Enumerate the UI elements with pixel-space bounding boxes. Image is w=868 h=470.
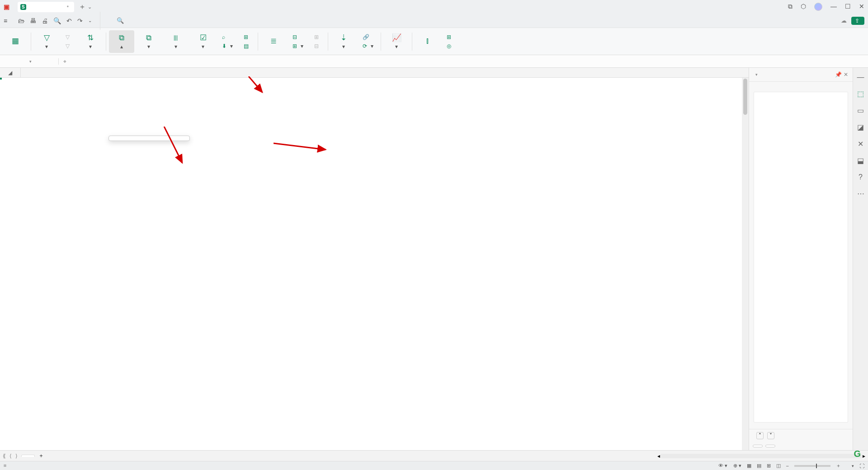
selection-tool-icon[interactable]: ⬚ — [857, 89, 864, 98]
side-toolbar: — ⬚ ▭ ◪ ✕ ⬓ ? ⋯ — [853, 68, 868, 450]
zoom-out-button[interactable]: − — [786, 463, 789, 469]
sheet-tab-bar: ⟪ ⟨ ⟩ ＋ ◂▸ — [0, 450, 868, 461]
help-icon[interactable]: ? — [859, 173, 863, 181]
view-split-icon[interactable]: ⊞ — [767, 463, 771, 469]
move-up-button[interactable]: ˄ — [756, 432, 764, 439]
sheet-first-icon[interactable]: ⟪ — [3, 453, 6, 459]
formula-bar: ▾ ⌖ — [0, 55, 868, 68]
svg-line-1 — [164, 127, 182, 163]
more-icon[interactable]: ⋯ — [857, 189, 864, 198]
menu-bar: ≡ 🗁 🖶 🖨 🔍 ↶ ↷ ⌄ 🔍 ☁ ⇪ — [0, 14, 868, 28]
open-icon[interactable]: 🗁 — [18, 17, 24, 24]
redo-icon[interactable]: ↷ — [77, 17, 83, 24]
horizontal-scrollbar[interactable]: ◂▸ — [657, 453, 865, 459]
ungroup-button[interactable]: ⊞ ▾ — [292, 43, 303, 49]
status-bar: ⌗ 👁 ▾ ⊕ ▾ ▦ ▤ ⊞ ◫ − ＋ ▾ ⛶ — [0, 461, 868, 470]
refresh-all-button[interactable]: ⟳ ▾ — [363, 43, 373, 49]
add-sheet-button[interactable]: ＋ — [38, 452, 44, 460]
pivot-table-button[interactable]: ▦ — [3, 30, 28, 53]
view-page-icon[interactable]: ▤ — [757, 463, 761, 469]
sheet-type-icon: S — [20, 4, 26, 10]
dropdown-list-button[interactable]: ▤ — [244, 43, 250, 49]
spreadsheet-grid[interactable]: ◢ — [0, 68, 749, 450]
name-box[interactable]: ▾ — [0, 58, 59, 65]
style-icon[interactable]: ▭ — [857, 106, 864, 115]
cloud-icon[interactable]: ☁ — [841, 17, 847, 24]
reapply-button: ▽ — [66, 43, 71, 49]
sheet-next-icon[interactable]: ⟩ — [15, 453, 18, 459]
maximize-button[interactable]: ☐ — [845, 3, 851, 11]
sheet-prev-icon[interactable]: ⟨ — [9, 453, 12, 459]
target-icon[interactable]: ⊕ ▾ — [733, 463, 741, 469]
view-normal-icon[interactable]: ▦ — [747, 463, 751, 469]
chart-icon[interactable]: ◪ — [857, 123, 864, 132]
view-custom-icon[interactable]: ◫ — [776, 463, 781, 469]
sort-button[interactable]: ⇅ ▾ — [78, 30, 103, 53]
group-button[interactable]: ⊟ — [292, 34, 303, 40]
window-copy-icon[interactable]: ⧉ — [788, 3, 793, 11]
show-all-button: ▽ — [66, 34, 71, 40]
share-button[interactable]: ⇪ — [851, 17, 864, 25]
filter-button[interactable]: ▽ ▾ — [34, 30, 59, 53]
consolidate-button[interactable]: ⊞ — [244, 34, 250, 40]
validation-button[interactable]: ☑ ▾ — [190, 30, 216, 53]
fullscreen-icon[interactable]: ⛶ — [859, 463, 864, 469]
data-compare-button[interactable]: ⧉ ▾ — [136, 30, 161, 53]
toolbar-menu-icon[interactable]: ⌄ — [88, 18, 92, 23]
eye-icon[interactable]: 👁 ▾ — [718, 463, 727, 469]
panel-subtitle — [749, 82, 853, 87]
save-icon[interactable]: 🖶 — [30, 17, 36, 24]
zoom-in-button[interactable]: ＋ — [836, 462, 841, 469]
hamburger-icon[interactable]: ≡ — [4, 17, 7, 24]
search-icon[interactable]: 🔍 — [117, 17, 124, 24]
svg-line-0 — [249, 76, 262, 92]
move-down-button[interactable]: ˅ — [767, 432, 774, 439]
selection-outline — [0, 78, 2, 80]
fill-button[interactable]: ⬇ ▾ — [222, 43, 233, 49]
vertical-scrollbar[interactable] — [742, 78, 749, 450]
duplicates-button[interactable]: ⧉ ▴ — [109, 30, 134, 53]
print-icon[interactable]: 🖨 — [42, 17, 48, 24]
layout-icon[interactable]: ⬓ — [857, 156, 864, 165]
undo-icon[interactable]: ↶ — [66, 17, 72, 24]
collapse-panel-icon[interactable]: — — [857, 73, 864, 81]
collapse-button: ⊟ — [314, 43, 321, 49]
edit-link-button: 🔗 — [363, 34, 373, 40]
cube-icon[interactable]: ⬡ — [801, 3, 806, 11]
new-tab-button[interactable]: ＋ — [79, 2, 86, 12]
duplicates-dropdown — [108, 136, 190, 141]
sheet-tab[interactable] — [21, 455, 35, 457]
preview-icon[interactable]: 🔍 — [53, 17, 61, 24]
selection-pane: ▾ 📌 ✕ ˄ ˅ — [749, 68, 853, 450]
close-panel-icon[interactable]: ✕ — [844, 71, 848, 78]
link-icon[interactable]: ⌖ — [63, 58, 66, 65]
document-tab[interactable]: S • — [18, 2, 74, 12]
lookup-button[interactable]: ⌕ — [222, 34, 233, 40]
expand-button: ⊞ — [314, 34, 321, 40]
tab-menu-icon[interactable]: ⌄ — [88, 4, 92, 10]
watermark: G — [854, 449, 861, 459]
tools-icon[interactable]: ✕ — [858, 140, 863, 148]
data-validation-button[interactable]: ◎ — [447, 43, 453, 49]
smart-split-button[interactable]: ⫿ — [415, 30, 440, 53]
get-data-button[interactable]: ⇣ ▾ — [331, 30, 356, 53]
select-all-corner[interactable]: ◢ — [0, 68, 21, 77]
svg-line-2 — [274, 143, 326, 150]
tab-dot-icon: • — [67, 4, 69, 10]
minimize-button[interactable]: — — [830, 3, 837, 11]
avatar[interactable] — [814, 3, 822, 11]
title-bar: ▣ S • ＋ ⌄ ⧉ ⬡ — ☐ ✕ — [0, 0, 868, 14]
simulation-button[interactable]: ⊞ — [447, 34, 453, 40]
text-to-columns-button[interactable]: ⫼ ▾ — [163, 30, 189, 53]
pin-icon[interactable]: 📌 — [835, 71, 842, 78]
objects-list — [754, 92, 848, 423]
ribbon: ▦ ▽ ▾ ▽ ▽ ⇅ ▾ ⧉ ▴ ⧉ ▾ ⫼ ▾ ☑ ▾ ⌕ ⬇ ▾ ⊞ ▤ … — [0, 28, 868, 55]
subtotal-button[interactable]: ≣ — [261, 30, 286, 53]
show-all-button[interactable] — [753, 445, 763, 447]
close-button[interactable]: ✕ — [859, 3, 864, 11]
wps-logo-icon: ▣ — [4, 3, 9, 10]
status-icon: ⌗ — [4, 463, 6, 469]
stock-button[interactable]: 📈 ▾ — [384, 30, 409, 53]
hide-all-button[interactable] — [765, 445, 775, 447]
